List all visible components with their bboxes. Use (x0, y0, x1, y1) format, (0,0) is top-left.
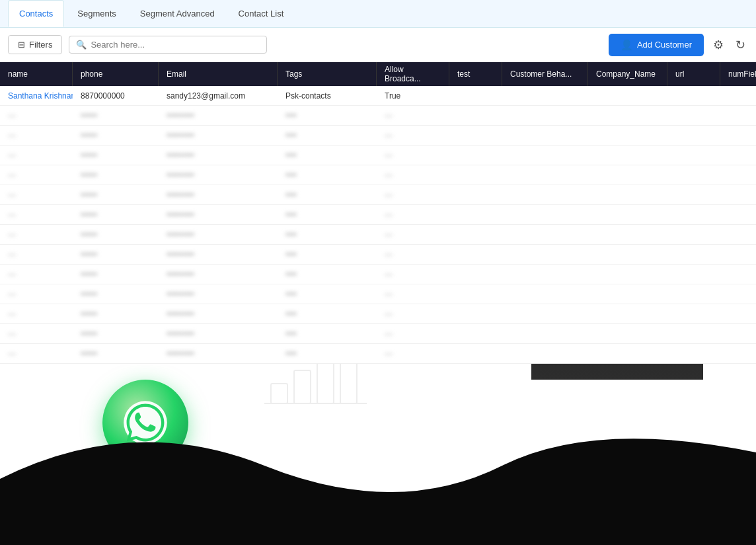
table-cell-tags: •••• (278, 284, 377, 304)
table-cell-email: •••••••••• (159, 225, 278, 244)
table-row[interactable]: —••••••••••••••••••••— (0, 165, 756, 185)
search-box[interactable]: 🔍 (69, 36, 267, 54)
tab-contacts[interactable]: Contacts (8, 0, 64, 27)
refresh-button[interactable]: ↻ (733, 35, 748, 55)
table-cell-behav (502, 126, 588, 145)
table-cell-test (449, 185, 502, 204)
table-cell-num (720, 146, 756, 165)
search-icon: 🔍 (76, 40, 87, 50)
table-cell-name: — (0, 265, 73, 284)
col-header-email: Email (159, 62, 278, 86)
table-cell-phone: 8870000000 (73, 86, 159, 105)
table-cell-num (720, 126, 756, 145)
tab-contact-list[interactable]: Contact List (228, 0, 295, 27)
table-row[interactable]: —••••••••••••••••••••— (0, 245, 756, 265)
table-cell-tags: •••• (278, 265, 377, 284)
table-row[interactable]: —••••••••••••••••••••— (0, 106, 756, 126)
table-cell-tags: •••• (278, 185, 377, 204)
table-cell-name: — (0, 245, 73, 264)
table-cell-url (667, 265, 720, 284)
table-cell-tags: Psk-contacts (278, 86, 377, 105)
svg-point-5 (124, 401, 167, 444)
table-cell-url (667, 146, 720, 165)
table-cell-email: •••••••••• (159, 265, 278, 284)
table-cell-broad: — (377, 245, 449, 264)
table-cell-broad: — (377, 205, 449, 224)
table-row[interactable]: —••••••••••••••••••••— (0, 265, 756, 284)
table-cell-name: — (0, 304, 73, 323)
table-cell-num (720, 225, 756, 244)
table-cell-test (449, 225, 502, 244)
table-cell-num (720, 245, 756, 264)
table-cell-name: — (0, 126, 73, 145)
add-customer-button[interactable]: 👤 Add Customer (609, 34, 704, 56)
table-cell-num (720, 304, 756, 323)
col-header-tags: Tags (278, 62, 377, 86)
table-cell-name: — (0, 344, 73, 363)
table-row[interactable]: —••••••••••••••••••••— (0, 225, 756, 245)
col-header-test: test (449, 62, 502, 86)
table-cell-email: •••••••••• (159, 344, 278, 363)
table-cell-tags: •••• (278, 324, 377, 343)
table-cell-tags: •••• (278, 304, 377, 323)
table-cell-phone: •••••• (73, 284, 159, 304)
table-cell-behav (502, 245, 588, 264)
tab-segment-advanced[interactable]: Segment Advanced (130, 0, 225, 27)
table-row[interactable]: —••••••••••••••••••••— (0, 205, 756, 225)
add-customer-label: Add Customer (637, 40, 692, 50)
table-cell-behav (502, 284, 588, 304)
table-cell-broad: — (377, 265, 449, 284)
table-row[interactable]: —••••••••••••••••••••— (0, 324, 756, 344)
table-cell-url (667, 185, 720, 204)
search-input[interactable] (91, 40, 260, 50)
table-cell-email: •••••••••• (159, 304, 278, 323)
whatsapp-icon-large (102, 380, 188, 466)
table-cell-behav (502, 165, 588, 185)
table-row[interactable]: —••••••••••••••••••••— (0, 344, 756, 364)
tab-segments[interactable]: Segments (67, 0, 127, 27)
table-row[interactable]: —••••••••••••••••••••— (0, 304, 756, 324)
table-cell-email: sandy123@gmail.com (159, 86, 278, 105)
table-cell-comp (588, 185, 667, 204)
table-row[interactable]: —••••••••••••••••••••— (0, 146, 756, 165)
contacts-table: name phone Email Tags Allow Broadca... t… (0, 62, 756, 364)
table-cell-comp (588, 304, 667, 323)
table-cell-url (667, 165, 720, 185)
nav-tabs: Contacts Segments Segment Advanced Conta… (0, 0, 756, 28)
table-cell-name: — (0, 205, 73, 224)
table-cell-comp (588, 344, 667, 363)
table-cell-test (449, 126, 502, 145)
table-cell-test (449, 344, 502, 363)
table-row[interactable]: Santhana Krishnan8870000000sandy123@gmai… (0, 86, 756, 106)
table-cell-url (667, 106, 720, 125)
table-cell-test (449, 86, 502, 105)
table-cell-name: — (0, 324, 73, 343)
table-cell-test (449, 245, 502, 264)
table-row[interactable]: —••••••••••••••••••••— (0, 284, 756, 304)
col-header-behavior: Customer Beha... (502, 62, 588, 86)
table-row[interactable]: —••••••••••••••••••••— (0, 185, 756, 205)
add-user-icon: 👤 (621, 39, 633, 51)
col-header-numfield: numField (720, 62, 756, 86)
col-header-name: name (0, 62, 73, 86)
table-cell-name: — (0, 146, 73, 165)
toolbar: ⊟ Filters 🔍 👤 Add Customer ⚙ ↻ (0, 28, 756, 62)
table-cell-url (667, 126, 720, 145)
table-cell-comp (588, 165, 667, 185)
filter-button[interactable]: ⊟ Filters (8, 35, 62, 54)
table-cell-name: — (0, 284, 73, 304)
settings-button[interactable]: ⚙ (710, 35, 726, 55)
table-cell-broad: — (377, 165, 449, 185)
table-cell-num (720, 185, 756, 204)
table-cell-phone: •••••• (73, 146, 159, 165)
table-cell-behav (502, 205, 588, 224)
table-cell-email: •••••••••• (159, 324, 278, 343)
table-cell-behav (502, 265, 588, 284)
table-cell-tags: •••• (278, 225, 377, 244)
table-cell-num (720, 165, 756, 185)
table-cell-url (667, 344, 720, 363)
table-cell-phone: •••••• (73, 126, 159, 145)
table-cell-url (667, 324, 720, 343)
table-row[interactable]: —••••••••••••••••••••— (0, 126, 756, 146)
table-cell-behav (502, 86, 588, 105)
